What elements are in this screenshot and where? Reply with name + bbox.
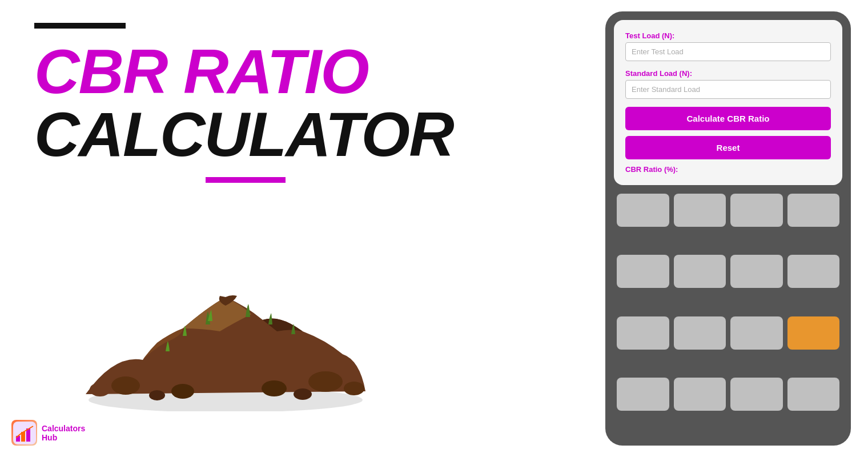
calc-key-15[interactable] bbox=[730, 378, 783, 411]
calc-key-6[interactable] bbox=[674, 255, 726, 288]
logo-icon bbox=[11, 420, 37, 446]
calculator-body: Test Load (N): Standard Load (N): Calcul… bbox=[605, 11, 851, 446]
svg-point-8 bbox=[294, 388, 312, 400]
calc-key-8[interactable] bbox=[787, 255, 840, 288]
black-bar-decoration bbox=[34, 23, 126, 29]
svg-point-1 bbox=[111, 376, 140, 395]
calculate-button[interactable]: Calculate CBR Ratio bbox=[625, 107, 831, 130]
logo-name-top: Calculators bbox=[42, 424, 85, 433]
test-load-input[interactable] bbox=[625, 42, 831, 61]
test-load-group: Test Load (N): bbox=[625, 31, 831, 61]
logo-text: Calculators Hub bbox=[42, 424, 85, 442]
calc-key-5[interactable] bbox=[617, 255, 669, 288]
calc-key-10[interactable] bbox=[674, 316, 726, 350]
calc-key-3[interactable] bbox=[730, 194, 783, 227]
svg-point-4 bbox=[262, 380, 287, 396]
standard-load-label: Standard Load (N): bbox=[625, 69, 831, 78]
reset-button[interactable]: Reset bbox=[625, 136, 831, 159]
calc-key-16[interactable] bbox=[787, 378, 840, 411]
calculator-section: Test Load (N): Standard Load (N): Calcul… bbox=[605, 11, 851, 446]
svg-point-7 bbox=[149, 390, 165, 400]
title-line1: CBR RATIO bbox=[34, 40, 480, 103]
title-line2: CALCULATOR bbox=[34, 103, 480, 166]
calc-key-1[interactable] bbox=[617, 194, 669, 227]
svg-point-6 bbox=[90, 383, 110, 396]
svg-point-3 bbox=[171, 384, 194, 399]
calc-key-9[interactable] bbox=[617, 316, 669, 350]
calculator-screen: Test Load (N): Standard Load (N): Calcul… bbox=[614, 20, 842, 185]
test-load-label: Test Load (N): bbox=[625, 31, 831, 40]
svg-point-5 bbox=[344, 382, 364, 395]
calc-key-2[interactable] bbox=[674, 194, 726, 227]
logo-name-bottom: Hub bbox=[42, 433, 85, 442]
calc-key-13[interactable] bbox=[617, 378, 669, 411]
calculator-keypad bbox=[614, 191, 842, 437]
calc-key-14[interactable] bbox=[674, 378, 726, 411]
calc-key-7[interactable] bbox=[730, 255, 783, 288]
dirt-illustration bbox=[69, 240, 383, 411]
standard-load-input[interactable] bbox=[625, 80, 831, 99]
purple-bar-decoration bbox=[206, 177, 286, 183]
result-label: CBR Ratio (%): bbox=[625, 165, 831, 174]
calc-key-4[interactable] bbox=[787, 194, 840, 227]
standard-load-group: Standard Load (N): bbox=[625, 69, 831, 99]
calc-key-orange[interactable] bbox=[787, 316, 840, 350]
logo-area: Calculators Hub bbox=[11, 420, 85, 446]
svg-point-2 bbox=[308, 371, 343, 392]
calc-key-11[interactable] bbox=[730, 316, 783, 350]
